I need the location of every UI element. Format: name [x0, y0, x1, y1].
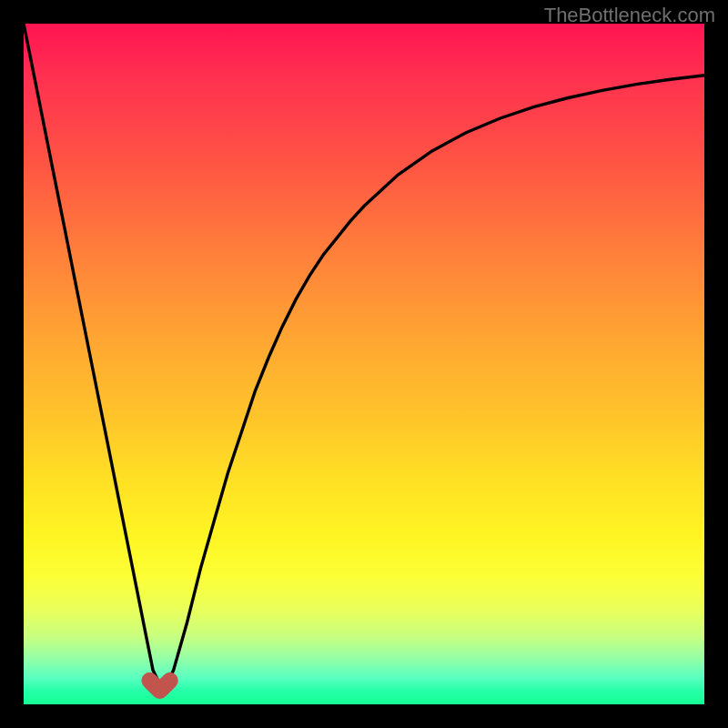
descending-line: [24, 24, 167, 684]
chart-curves-svg: [24, 24, 704, 704]
highlight-marker: [149, 681, 169, 691]
ascending-curve: [160, 76, 704, 684]
chart-frame: TheBottleneck.com: [0, 0, 728, 728]
watermark-text: TheBottleneck.com: [544, 4, 715, 27]
